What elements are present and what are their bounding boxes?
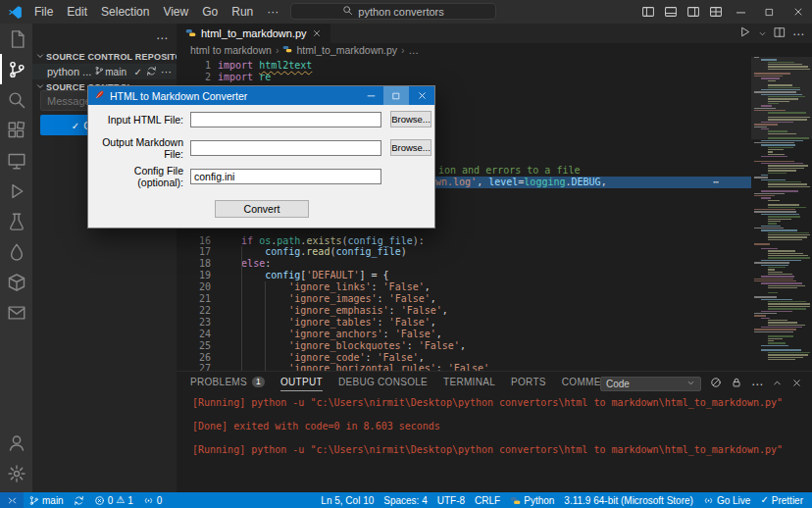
dialog-file-input[interactable] bbox=[190, 112, 381, 127]
breadcrumb-symbol[interactable]: … bbox=[409, 44, 420, 56]
status-go-live[interactable]: Go Live bbox=[698, 492, 755, 508]
status-sync-status[interactable] bbox=[69, 492, 89, 508]
code-line-23[interactable]: 23 'ignore_tables': 'False', bbox=[177, 317, 812, 329]
refresh-icon[interactable] bbox=[146, 66, 157, 78]
run-python-file-icon[interactable] bbox=[738, 25, 751, 42]
line-number: 17 bbox=[177, 246, 211, 258]
browse-button[interactable]: Browse... bbox=[390, 111, 431, 127]
status-language-mode[interactable]: Python bbox=[505, 492, 559, 508]
panel-tab-terminal[interactable]: TERMINAL bbox=[443, 372, 495, 391]
status-ports-status[interactable]: 0 bbox=[138, 492, 168, 508]
repo-more-icon[interactable]: ⋯ bbox=[161, 66, 172, 77]
browse-button[interactable]: Browse... bbox=[390, 139, 431, 156]
menu-view[interactable]: View bbox=[156, 0, 195, 24]
code-line-19[interactable]: 19 config['DEFAULT'] = { bbox=[177, 270, 812, 281]
breadcrumb-file[interactable]: html_to_markdown.py bbox=[296, 44, 397, 56]
code-fragment[interactable]: wn.log', level=logging.DEBUG, ⋯ bbox=[435, 177, 751, 188]
code-line-1[interactable]: 1import html2text bbox=[177, 60, 812, 72]
status-encoding[interactable]: UTF-8 bbox=[432, 492, 470, 508]
customize-layout-icon[interactable] bbox=[704, 0, 727, 24]
panel-tab-debug-console[interactable]: DEBUG CONSOLE bbox=[338, 372, 428, 391]
activity-live-server[interactable] bbox=[0, 236, 32, 267]
code-line-18[interactable]: 18 else: bbox=[177, 258, 812, 270]
toggle-sidebar-icon[interactable] bbox=[636, 0, 659, 24]
panel-tab-problems[interactable]: PROBLEMS1 bbox=[190, 372, 265, 391]
split-editor-icon[interactable] bbox=[774, 25, 786, 42]
code-line-26[interactable]: 26 'ignore_code': 'False', bbox=[177, 352, 812, 364]
panel-more-icon[interactable]: ⋯ bbox=[751, 375, 763, 392]
panel-tab-output[interactable]: OUTPUT bbox=[280, 372, 323, 391]
status-cursor-position[interactable]: Ln 5, Col 10 bbox=[316, 492, 379, 508]
dialog-title-bar[interactable]: HTML to Markdown Converter bbox=[88, 86, 434, 105]
code-line-2[interactable]: 2import re bbox=[177, 72, 812, 83]
activity-run-debug[interactable] bbox=[0, 176, 32, 206]
minimap-line bbox=[768, 301, 806, 302]
activity-account[interactable] bbox=[0, 428, 32, 458]
clear-output-icon[interactable] bbox=[710, 375, 722, 392]
code-line-21[interactable]: 21 'ignore_images': 'False', bbox=[177, 293, 812, 305]
command-center-search[interactable]: python convertors bbox=[290, 3, 496, 20]
activity-testing[interactable] bbox=[0, 206, 32, 236]
commit-icon[interactable]: ✓ bbox=[134, 66, 142, 77]
status-problems-status[interactable]: 0⚠1 bbox=[89, 492, 138, 508]
code-line-17[interactable]: 17 config.read(config_file) bbox=[177, 246, 812, 258]
menu-run[interactable]: Run bbox=[225, 0, 260, 24]
activity-package[interactable] bbox=[0, 267, 32, 297]
code-line-25[interactable]: 25 'ignore_blockquotes': 'False', bbox=[177, 340, 812, 352]
dialog-minimize-button[interactable] bbox=[358, 86, 383, 105]
code-line-20[interactable]: 20 'ignore_links': 'False', bbox=[177, 281, 812, 293]
activity-mail[interactable] bbox=[0, 297, 32, 328]
menu-file[interactable]: File bbox=[27, 0, 60, 24]
window-minimize-button[interactable] bbox=[727, 0, 755, 24]
menu-edit[interactable]: Edit bbox=[60, 0, 94, 24]
run-dropdown-icon[interactable] bbox=[758, 25, 767, 42]
code-line-24[interactable]: 24 'ignore_anchors': 'False', bbox=[177, 329, 812, 340]
toggle-panel-icon[interactable] bbox=[659, 0, 682, 24]
editor-more-icon[interactable]: ⋯ bbox=[792, 25, 804, 42]
tab-html-to-markdown[interactable]: html_to_markdown.py bbox=[177, 24, 330, 43]
dialog-file-input[interactable] bbox=[190, 169, 381, 184]
sidebar-more-actions-icon[interactable]: ⋯ bbox=[156, 28, 168, 46]
repository-row[interactable]: python ... main ✓ ⋯ bbox=[32, 64, 177, 79]
convert-button[interactable]: Convert bbox=[215, 200, 309, 218]
activity-search[interactable] bbox=[0, 84, 32, 115]
minimap-line bbox=[768, 352, 810, 353]
status-branch-status[interactable]: main bbox=[24, 492, 69, 508]
window-maximize-button[interactable] bbox=[755, 0, 784, 24]
close-panel-icon[interactable] bbox=[791, 375, 802, 392]
activity-explorer[interactable] bbox=[0, 24, 32, 54]
activity-source-control[interactable] bbox=[0, 54, 32, 84]
menu-selection[interactable]: Selection bbox=[94, 0, 156, 24]
tab-close-icon[interactable] bbox=[312, 28, 322, 38]
output-channel-select[interactable]: Code bbox=[600, 377, 701, 391]
activity-settings[interactable] bbox=[0, 458, 32, 488]
menu-more[interactable]: ··· bbox=[260, 0, 285, 24]
status-python-interpreter[interactable]: 3.11.9 64-bit (Microsoft Store) bbox=[559, 492, 698, 508]
code-line-22[interactable]: 22 'ignore_emphasis': 'False', bbox=[177, 305, 812, 317]
output-console[interactable]: [Running] python -u "c:\Users\nirmit\Des… bbox=[177, 391, 812, 492]
status-indentation[interactable]: Spaces: 4 bbox=[379, 492, 431, 508]
dialog-title: HTML to Markdown Converter bbox=[110, 90, 247, 102]
lock-scroll-icon[interactable] bbox=[731, 375, 742, 392]
status-remote-indicator[interactable] bbox=[0, 492, 24, 508]
status-eol-sequence[interactable]: CRLF bbox=[470, 492, 505, 508]
dialog-maximize-button[interactable] bbox=[383, 86, 409, 105]
code-line-16[interactable]: 16 if os.path.exists(config_file): bbox=[177, 235, 812, 247]
code-fragment[interactable]: ion and errors to a file bbox=[438, 165, 581, 177]
minimap[interactable] bbox=[751, 57, 812, 371]
menu-go[interactable]: Go bbox=[195, 0, 225, 24]
repositories-section-header[interactable]: SOURCE CONTROL REPOSITORIES ⋯ bbox=[32, 49, 177, 64]
activity-extensions[interactable] bbox=[0, 115, 32, 145]
branch-icon bbox=[94, 66, 104, 77]
status-prettier[interactable]: ✓Prettier bbox=[755, 492, 808, 508]
code-line-27[interactable]: 27 'ignore_horizontal_rules': 'False' bbox=[177, 363, 812, 371]
maximize-panel-icon[interactable] bbox=[772, 375, 783, 392]
breadcrumb-folder[interactable]: html to markdown bbox=[190, 44, 272, 56]
panel-tab-ports[interactable]: PORTS bbox=[511, 372, 546, 391]
toggle-secondary-sidebar-icon[interactable] bbox=[682, 0, 704, 24]
window-close-button[interactable] bbox=[784, 0, 812, 24]
minimap-line bbox=[768, 272, 783, 273]
activity-remote-explorer[interactable] bbox=[0, 145, 32, 176]
dialog-close-button[interactable] bbox=[409, 86, 434, 105]
dialog-file-input[interactable] bbox=[190, 140, 381, 156]
